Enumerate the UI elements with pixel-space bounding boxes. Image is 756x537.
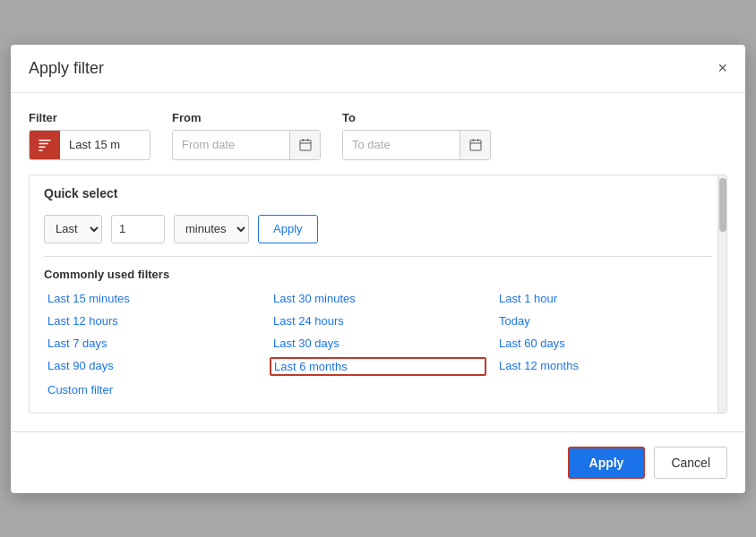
- filter-group: Filter Last 15 m: [29, 111, 150, 160]
- apply-filter-modal: Apply filter × Filter: [11, 45, 745, 493]
- from-date-input: From date: [172, 130, 321, 160]
- filter-last-30-minutes[interactable]: Last 30 minutes: [270, 290, 486, 307]
- filter-last-12-hours[interactable]: Last 12 hours: [44, 312, 261, 329]
- quick-select-title: Quick select: [30, 175, 726, 208]
- filter-custom[interactable]: Custom filter: [44, 381, 261, 398]
- filter-icon-button[interactable]: [30, 130, 60, 160]
- to-label: To: [342, 111, 491, 124]
- filter-label: Filter: [29, 111, 150, 124]
- apply-button[interactable]: Apply: [568, 447, 646, 479]
- from-group: From From date: [172, 111, 321, 160]
- scrollbar-thumb[interactable]: [719, 178, 726, 232]
- calendar-icon: [298, 138, 313, 152]
- filter-last-60-days[interactable]: Last 60 days: [495, 335, 712, 352]
- modal-title: Apply filter: [29, 59, 104, 78]
- modal-header: Apply filter ×: [11, 45, 745, 93]
- amount-input[interactable]: [111, 215, 165, 243]
- quick-select-panel-wrap: Quick select Last Next minutes hours day…: [29, 175, 727, 413]
- filter-input-box: Last 15 m: [29, 130, 150, 160]
- to-calendar-button[interactable]: [460, 130, 490, 160]
- filter-last-24-hours[interactable]: Last 24 hours: [270, 312, 486, 329]
- to-group: To To date: [342, 111, 491, 160]
- filter-row: Filter Last 15 m: [29, 111, 727, 160]
- quick-select-panel: Quick select Last Next minutes hours day…: [29, 175, 727, 413]
- to-date-input: To date: [342, 130, 491, 160]
- quick-select-controls: Last Next minutes hours days weeks month…: [30, 208, 726, 256]
- modal-overlay: Apply filter × Filter: [0, 0, 756, 537]
- cancel-button[interactable]: Cancel: [654, 447, 727, 479]
- svg-rect-3: [39, 149, 43, 151]
- close-button[interactable]: ×: [717, 60, 727, 76]
- svg-rect-1: [39, 142, 48, 144]
- svg-rect-2: [39, 146, 46, 148]
- svg-rect-4: [300, 140, 311, 149]
- filter-value: Last 15 m: [60, 130, 150, 160]
- filter-last-15-minutes[interactable]: Last 15 minutes: [44, 290, 261, 307]
- modal-body: Filter Last 15 m: [11, 93, 745, 431]
- filter-last-1-hour[interactable]: Last 1 hour: [495, 290, 712, 307]
- from-label: From: [172, 111, 321, 124]
- filter-icon: [37, 137, 53, 153]
- common-filters-title: Commonly used filters: [44, 268, 712, 281]
- svg-rect-8: [470, 140, 481, 149]
- modal-footer: Apply Cancel: [11, 431, 745, 493]
- calendar-icon: [468, 138, 483, 152]
- common-filters-grid: Last 15 minutes Last 30 minutes Last 1 h…: [44, 290, 712, 398]
- filter-last-7-days[interactable]: Last 7 days: [44, 335, 261, 352]
- scrollbar-track[interactable]: [717, 175, 726, 413]
- filter-last-30-days[interactable]: Last 30 days: [270, 335, 486, 352]
- filter-last-12-months[interactable]: Last 12 months: [495, 357, 712, 376]
- quick-select-apply-button[interactable]: Apply: [258, 215, 318, 243]
- svg-rect-0: [39, 140, 51, 141]
- filter-today[interactable]: Today: [495, 312, 712, 329]
- filter-last-6-months[interactable]: Last 6 months: [270, 357, 486, 376]
- from-calendar-button[interactable]: [289, 130, 320, 160]
- to-placeholder[interactable]: To date: [343, 130, 460, 160]
- filter-last-90-days[interactable]: Last 90 days: [44, 357, 261, 376]
- from-placeholder[interactable]: From date: [173, 130, 289, 160]
- common-filters-section: Commonly used filters Last 15 minutes La…: [30, 257, 726, 413]
- unit-select[interactable]: minutes hours days weeks months: [174, 215, 249, 243]
- direction-select[interactable]: Last Next: [44, 215, 102, 243]
